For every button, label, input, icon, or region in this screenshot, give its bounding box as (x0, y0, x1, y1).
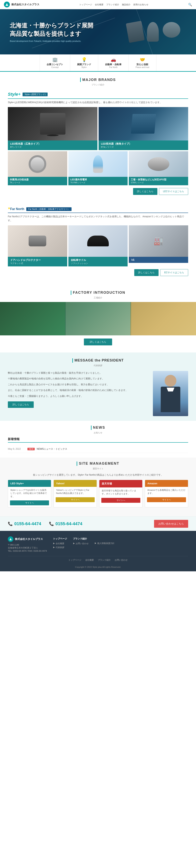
footer-company-name: 株式会社スタイルプラス (15, 537, 43, 541)
hero-content: 北海道・十勝からブランド展開 高品質な製品を提供します Brand develo… (0, 16, 103, 48)
product-name-4: LED屋外用電球 (70, 178, 126, 181)
footer-bottom-link-0[interactable]: トップページ (68, 559, 81, 561)
president-title: MESSAGE the PRESIDENT 代表挨拶 (8, 359, 188, 371)
site-card-led: LED Style+ Style+ショップではLEDライトを販売しています。LE… (8, 480, 51, 508)
site-card-yahoo-btn[interactable]: サイトへ (56, 497, 95, 502)
product-card-2[interactable]: LED投光器（狭角タイプ） BT&シリーズ (99, 107, 188, 150)
footer-bottom-link-1[interactable]: 会社概要 (85, 559, 94, 561)
product-card-1[interactable]: LED投光器（広角タイプ） BTシリーズ (8, 107, 97, 150)
hero-title-en: Brand development from Tokachi, Hokkaido… (10, 40, 93, 42)
footer-logo-wrap: 株式会社スタイルプラス (8, 536, 47, 542)
site-card-amazon-btn[interactable]: サイトへ (147, 497, 186, 502)
farnorth-product-grid: ドアハンドルプロテクター マグネット式 自転車サドル ソフトクッション 🏭 3点 (8, 225, 188, 267)
president-para-4: 今後ともご支援・ご愛顧賜りますよう、よろしくお願い申し上げます。 (8, 394, 147, 398)
nav-top[interactable]: トップページ (79, 3, 92, 6)
nav-label-auto-en: Far North (109, 66, 117, 68)
nav-label-brand-en: Style+ (81, 66, 87, 68)
site-card-amazon: Amazon Amazonでも各種商品をご購入いただけます。 サイトへ (145, 480, 188, 508)
product-series-3: TKシリーズ (10, 181, 65, 184)
contact-phone-2[interactable]: 📞 0155-64-4474 (49, 521, 82, 526)
farnorth-caption-1: ドアハンドルプロテクター マグネット式 (8, 257, 67, 267)
farnorth-desc: Far Northのアプロテクターは、この機能の製品は日本キーキーカードしてもボ… (8, 215, 188, 223)
farnorth-caption-3: 3点 (129, 257, 188, 263)
product-card-3[interactable]: 作業用LED投光器 TKシリーズ (8, 151, 67, 185)
styleplus-site-btn[interactable]: LECサイトはこちら (159, 188, 188, 195)
farnorth-site-btn[interactable]: ECサイトはこちら (160, 269, 188, 276)
factory-detail-btn[interactable]: 詳しくはこちら (84, 339, 112, 345)
product-img-4 (68, 151, 128, 177)
product-name-1: LED投光器（広角タイプ） (10, 142, 95, 146)
header: 株式会社スタイルプラス トップページ 会社概要 ブランド紹介 施設紹介 採用のお… (0, 0, 196, 9)
footer-address-1: 〒080-1148 (8, 544, 47, 547)
logo-text: 株式会社スタイルプラス (11, 3, 39, 6)
nav-item-trust[interactable]: 🤝 安心と信頼 Peace and trust (128, 55, 156, 71)
brand-icon: 💡 (82, 57, 87, 62)
product-caption-3: 作業用LED投光器 TKシリーズ (8, 177, 67, 185)
nav-label-trust-jp: 安心と信頼 (136, 63, 148, 66)
phone-icon-1: 📞 (8, 521, 13, 526)
product-series-4: TK-PARシリーズ (70, 181, 126, 184)
product-card-4[interactable]: LED屋外用電球 TK-PARシリーズ (68, 151, 128, 185)
footer-nav-col-2: ▶ 個人情報保護方針 (94, 537, 114, 552)
nav-recruit[interactable]: 採用のお知らせ (133, 3, 148, 6)
footer: 株式会社スタイルプラス 〒080-1148 北海道帯広市大空町西２丁目１ TEL… (0, 531, 196, 571)
hero-decor (127, 22, 180, 42)
footer-col-1-title: ブランド紹介 (73, 537, 89, 540)
factory-title-jp: 工場紹介 (0, 296, 196, 299)
site-card-rakuten: 楽天市場 楽天市場でも商品を取り扱っています。ポイントも貯まります。 サイトへ (99, 480, 143, 508)
president-detail-btn[interactable]: 詳しくはこちら (8, 401, 34, 408)
logo[interactable]: 株式会社スタイルプラス (4, 2, 39, 7)
site-management-section: SITE MANAGEMENT 運営サイト 各ショッピングサイトを運営しています… (0, 458, 196, 517)
farnorth-detail-btn[interactable]: 詳しくはこちら (134, 269, 159, 276)
product-name-5: 工場・体育館などにも対応UFO型 (131, 178, 186, 181)
footer-bottom-link-3[interactable]: お問い合わせ (115, 559, 128, 561)
major-brands-title: MAJOR BRANDS ブランド紹介 (0, 72, 196, 88)
footer-link-2-0[interactable]: ▶ 個人情報保護方針 (94, 542, 114, 545)
copyright: Copyright © 2022 Style plus All rights R… (8, 564, 188, 571)
site-card-led-body: Style+ショップではLEDライトを販売しています。LEDは省エネで長寿命です… (8, 487, 51, 500)
news-title-jp: お知らせ (8, 431, 188, 434)
site-cards-grid: LED Style+ Style+ショップではLEDライトを販売しています。LE… (8, 480, 188, 508)
styleplus-tag: Style+ (照明ブランド) (23, 93, 47, 96)
nav-about[interactable]: 会社概要 (95, 3, 104, 6)
site-card-rakuten-btn[interactable]: サイトへ (101, 498, 140, 503)
site-card-yahoo: Yahoo! Yahoo!ショッピングでStyle+とFar Northの商品を… (53, 480, 97, 508)
nav-item-brand[interactable]: 💡 展開ブランド Style+ (70, 55, 98, 71)
footer-nav: トップページ ▶ 会社概要 ▶ 代表挨拶 ブランド紹介 ▶ お問い合わせ ▶ 個… (53, 536, 188, 552)
footer-link-1-0[interactable]: ▶ お問い合わせ (73, 542, 89, 545)
site-card-led-btn[interactable]: サイトへ (10, 500, 49, 505)
product-grid-small: 作業用LED投光器 TKシリーズ LED屋外用電球 TK-PARシリーズ 工場・… (8, 151, 188, 185)
product-series-5: STARシリーズ (131, 181, 186, 184)
product-img-1 (8, 107, 97, 141)
nav-item-auto[interactable]: 🚗 自動車・自転車 Far North (98, 55, 128, 71)
styleplus-detail-btn[interactable]: 詳しくはこちら (133, 188, 157, 195)
farnorth-product-2[interactable]: 自転車サドル ソフトクッション (68, 225, 128, 267)
footer-link-0-0[interactable]: ▶ 会社概要 (53, 542, 67, 545)
nav-label-auto-jp: 自動車・自転車 (105, 63, 121, 66)
news-item-0[interactable]: May 9, 2022 NEW NEWSニュース・トピックス (8, 445, 188, 453)
product-caption-1: LED投光器（広角タイプ） BTシリーズ (8, 141, 97, 150)
product-series-2: BT&シリーズ (101, 146, 186, 149)
contact-phone-1[interactable]: 📞 0155-64-4474 (8, 521, 41, 526)
news-section: NEWS お知らせ 新着情報 May 9, 2022 NEW NEWSニュース・… (0, 421, 196, 458)
farnorth-product-1[interactable]: ドアハンドルプロテクター マグネット式 (8, 225, 67, 267)
search-icon[interactable]: 🔍 (188, 3, 192, 6)
farnorth-name-1: ドアハンドルプロテクター (10, 258, 65, 262)
nav-facility[interactable]: 施設紹介 (122, 3, 130, 6)
nav-label-trust-en: Peace and trust (135, 66, 149, 68)
footer-link-0-1[interactable]: ▶ 代表挨拶 (53, 546, 67, 549)
product-card-5[interactable]: 工場・体育館などにも対応UFO型 STARシリーズ (129, 151, 188, 185)
president-text: 弊社は北海道・十勝のブランド展開と様々な製品の製造・販売を手掛けてまいりました。… (8, 371, 147, 408)
product-name-2: LED投光器（狭角タイプ） (101, 142, 186, 146)
site-card-amazon-header: Amazon (145, 480, 188, 487)
footer-inner: 株式会社スタイルプラス 〒080-1148 北海道帯広市大空町西２丁目１ TEL… (8, 536, 188, 552)
factory-title: FACTORY INTRODUCTION 工場紹介 (0, 287, 196, 302)
footer-bottom-link-2[interactable]: ブランド紹介 (98, 559, 111, 561)
product-name-3: 作業用LED投光器 (10, 178, 65, 181)
president-para-1: 十勝地域の農業製品や地域の自然を活用した独自の商品を国内外に向けて展開しています… (8, 377, 147, 381)
nav-item-concept[interactable]: 🏢 企業コンセプト Concept (40, 55, 70, 71)
nav-brand[interactable]: ブランド紹介 (106, 3, 119, 6)
contact-bar: 📞 0155-64-4474 📞 0155-64-4474 お問い合わせはこちら (0, 517, 196, 531)
contact-inquiry-btn[interactable]: お問い合わせはこちら (154, 520, 188, 528)
site-card-rakuten-header: 楽天市場 (100, 480, 142, 488)
